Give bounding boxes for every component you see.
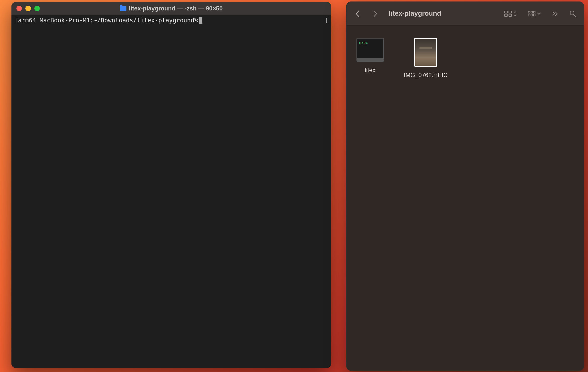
svg-rect-2 (505, 14, 507, 16)
image-thumbnail-icon (414, 38, 437, 67)
svg-rect-6 (533, 11, 535, 13)
traffic-lights (16, 6, 40, 11)
terminal-prompt-line: [ arm64 MacBook-Pro-M1:~/Downloads/litex… (14, 17, 328, 24)
svg-rect-1 (509, 11, 512, 13)
exec-badge: exec (359, 41, 368, 45)
chevron-right-icon (373, 10, 378, 17)
group-icon (528, 11, 535, 17)
executable-icon: exec (356, 38, 384, 62)
back-button[interactable] (354, 10, 361, 17)
terminal-window: litex-playground — -zsh — 90×50 [ arm64 … (11, 2, 331, 368)
search-icon (569, 10, 576, 17)
double-chevron-right-icon (552, 11, 558, 16)
svg-rect-7 (528, 14, 530, 16)
nav-buttons (354, 10, 379, 17)
svg-rect-3 (509, 14, 512, 16)
svg-rect-5 (531, 11, 532, 13)
close-button[interactable] (16, 6, 22, 11)
terminal-title-text: litex-playground — -zsh — 90×50 (129, 5, 223, 12)
prompt-bracket-open: [ (14, 17, 18, 24)
terminal-title: litex-playground — -zsh — 90×50 (120, 5, 223, 12)
prompt-text: arm64 MacBook-Pro-M1:~/Downloads/litex-p… (18, 17, 198, 24)
toolbar-actions (504, 10, 576, 17)
minimize-button[interactable] (25, 6, 31, 11)
terminal-cursor (199, 17, 202, 24)
view-mode-button[interactable] (504, 11, 517, 17)
prompt-bracket-close: ] (325, 17, 328, 24)
terminal-titlebar[interactable]: litex-playground — -zsh — 90×50 (11, 2, 331, 15)
file-item-image[interactable]: IMG_0762.HEIC (404, 38, 448, 79)
updown-icon (513, 11, 517, 16)
folder-icon (120, 6, 126, 11)
svg-rect-8 (531, 14, 532, 16)
file-item-executable[interactable]: exec litex (356, 38, 384, 74)
file-label: IMG_0762.HEIC (404, 72, 448, 79)
chevron-down-icon (537, 12, 541, 15)
more-button[interactable] (552, 11, 558, 16)
finder-body[interactable]: exec litex IMG_0762.HEIC (347, 26, 584, 371)
svg-rect-0 (505, 11, 507, 13)
finder-window: litex-playground (346, 1, 584, 371)
forward-button[interactable] (371, 10, 379, 17)
maximize-button[interactable] (34, 6, 40, 11)
finder-title: litex-playground (389, 10, 441, 17)
svg-rect-4 (528, 11, 530, 13)
grid-icon (504, 11, 512, 17)
finder-toolbar: litex-playground (347, 2, 584, 26)
chevron-left-icon (355, 10, 360, 17)
group-button[interactable] (528, 11, 541, 17)
search-button[interactable] (569, 10, 576, 17)
file-label: litex (365, 67, 376, 74)
terminal-body[interactable]: [ arm64 MacBook-Pro-M1:~/Downloads/litex… (11, 15, 331, 368)
svg-rect-9 (533, 14, 535, 16)
